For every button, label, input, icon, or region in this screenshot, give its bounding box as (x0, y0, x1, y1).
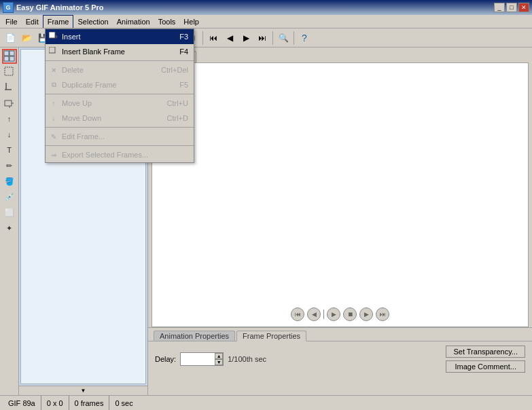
svg-rect-9 (4, 51, 9, 56)
menu-tools[interactable]: Tools (154, 15, 180, 28)
menu-help[interactable]: Help (179, 15, 203, 28)
image-comment-button[interactable]: Image Comment... (446, 360, 525, 373)
playback-controls: ⏮ ◀ ▶ ⏹ ▶ ⏭ (291, 308, 389, 321)
prev-frame-button[interactable]: ◀ (222, 31, 237, 45)
status-frames: 0 frames (69, 396, 110, 410)
properties-panel: Animation Properties Frame Properties De… (148, 327, 532, 395)
svg-rect-11 (4, 56, 9, 61)
eyedropper-button[interactable]: 💉 (2, 189, 17, 204)
menu-animation[interactable]: Animation (113, 15, 154, 28)
props-content: Delay: ▲ ▼ 1/100th sec Set Transparency.… (148, 341, 532, 377)
menu-delete[interactable]: ✕ Delete Ctrl+Del (46, 62, 194, 77)
menu-file[interactable]: File (1, 15, 22, 28)
insert-icon (48, 31, 59, 42)
menu-move-down[interactable]: ↓ Move Down Ctrl+D (46, 111, 194, 126)
eraser-button[interactable]: ⬜ (2, 205, 17, 220)
menu-frame[interactable]: Frame (43, 15, 74, 28)
move-up-tool-button[interactable]: ↑ (2, 111, 17, 126)
svg-rect-19 (49, 32, 55, 38)
play-prev-button[interactable]: ◀ (307, 308, 321, 321)
menu-export[interactable]: ⇒ Export Selected Frames... (46, 147, 194, 162)
svg-rect-13 (5, 67, 13, 75)
minimize-button[interactable]: _ (494, 3, 505, 12)
frame-dropdown-menu: Insert F3 Insert Blank Frame F4 ✕ Delete… (45, 29, 194, 163)
selection-button[interactable] (2, 64, 17, 79)
play-stop-button[interactable]: ⏹ (343, 308, 357, 321)
status-bar: GIF 89a 0 x 0 0 frames 0 sec (0, 395, 532, 410)
toolbar-separator-7 (294, 31, 294, 45)
preview-canvas: ⏮ ◀ ▶ ⏹ ▶ ⏭ (152, 62, 529, 327)
insert-blank-icon (48, 46, 59, 57)
toolbar-separator-5 (202, 31, 203, 45)
delay-label: Delay: (155, 355, 176, 363)
props-buttons: Set Transparency... Image Comment... (446, 346, 525, 373)
menu-duplicate[interactable]: ⧉ Duplicate Frame F5 (46, 77, 194, 92)
pencil-button[interactable]: ✏ (2, 158, 17, 173)
next-frame-button[interactable]: ▶ (238, 31, 253, 45)
play-last-button[interactable]: ⏭ (376, 308, 389, 321)
menu-edit[interactable]: Edit (22, 15, 43, 28)
new-button[interactable]: 📄 (3, 31, 18, 45)
preview-area: Preview ⏮ ◀ ▶ ⏹ ▶ ⏭ (148, 48, 532, 327)
menu-move-up[interactable]: ↑ Move Up Ctrl+U (46, 96, 194, 111)
first-frame-button[interactable]: ⏮ (206, 31, 221, 45)
menu-bar: File Edit Frame Selection Animation Tool… (0, 15, 532, 29)
svg-rect-21 (49, 47, 55, 53)
play-first-button[interactable]: ⏮ (291, 308, 304, 321)
tab-frame-properties[interactable]: Frame Properties (236, 331, 306, 341)
status-format: GIF 89a (3, 396, 41, 410)
maximize-button[interactable]: □ (506, 3, 517, 12)
delay-input-group[interactable]: ▲ ▼ (180, 352, 224, 366)
play-next-button[interactable]: ▶ (359, 308, 373, 321)
playback-separator (323, 310, 324, 319)
app-icon: G (3, 2, 14, 13)
menu-insert-blank[interactable]: Insert Blank Frame F4 (46, 44, 194, 59)
menu-edit-frame[interactable]: ✎ Edit Frame... (46, 129, 194, 144)
resize-tool-button[interactable] (2, 96, 17, 111)
svg-rect-12 (10, 56, 14, 61)
fill-button[interactable]: 🪣 (2, 174, 17, 189)
menu-selection[interactable]: Selection (73, 15, 112, 28)
status-dimensions: 0 x 0 (41, 396, 69, 410)
crop-tool-button[interactable] (2, 80, 17, 95)
menu-separator-1 (46, 60, 194, 61)
menu-insert[interactable]: Insert F3 (46, 29, 194, 44)
title-bar: G Easy GIF Animator 5 Pro _ □ ✕ (0, 0, 532, 15)
menu-separator-4 (46, 145, 194, 146)
help-button[interactable]: ? (297, 31, 312, 45)
frame-scroll-down[interactable]: ▼ (19, 386, 147, 395)
app-title: Easy GIF Animator 5 Pro (16, 3, 104, 12)
delay-spinner[interactable]: ▲ ▼ (215, 353, 223, 365)
svg-marker-20 (56, 35, 58, 39)
duplicate-icon: ⧉ (48, 79, 59, 90)
menu-separator-3 (46, 127, 194, 128)
content-area: Preview ⏮ ◀ ▶ ⏹ ▶ ⏭ Animation Propertie (148, 48, 532, 395)
delay-spin-down[interactable]: ▼ (215, 359, 223, 365)
export-icon: ⇒ (48, 149, 59, 160)
svg-rect-10 (10, 51, 14, 56)
delay-row: Delay: ▲ ▼ 1/100th sec (155, 352, 266, 366)
frames-panel-button[interactable] (2, 49, 17, 64)
wand-button[interactable]: ✦ (2, 221, 17, 236)
move-down-icon: ↓ (48, 113, 59, 124)
left-toolbar: ↑ ↓ T ✏ 🪣 💉 ⬜ ✦ (0, 48, 19, 395)
toolbar-separator-6 (272, 31, 273, 45)
play-play-button[interactable]: ▶ (327, 308, 340, 321)
tab-animation-properties[interactable]: Animation Properties (154, 331, 235, 341)
zoom-button[interactable]: 🔍 (276, 31, 291, 45)
delay-unit: 1/100th sec (228, 355, 266, 363)
close-button[interactable]: ✕ (518, 3, 529, 12)
svg-rect-16 (5, 100, 12, 106)
move-down-tool-button[interactable]: ↓ (2, 127, 17, 142)
delay-input[interactable] (181, 353, 215, 365)
text-button[interactable]: T (2, 143, 17, 157)
open-button[interactable]: 📂 (19, 31, 34, 45)
menu-separator-2 (46, 94, 194, 94)
move-up-icon: ↑ (48, 98, 59, 109)
props-tab-bar: Animation Properties Frame Properties (148, 328, 532, 341)
window-controls[interactable]: _ □ ✕ (494, 3, 529, 12)
last-frame-button[interactable]: ⏭ (255, 31, 270, 45)
set-transparency-button[interactable]: Set Transparency... (446, 346, 525, 358)
delay-spin-up[interactable]: ▲ (215, 353, 223, 359)
edit-frame-icon: ✎ (48, 131, 59, 142)
